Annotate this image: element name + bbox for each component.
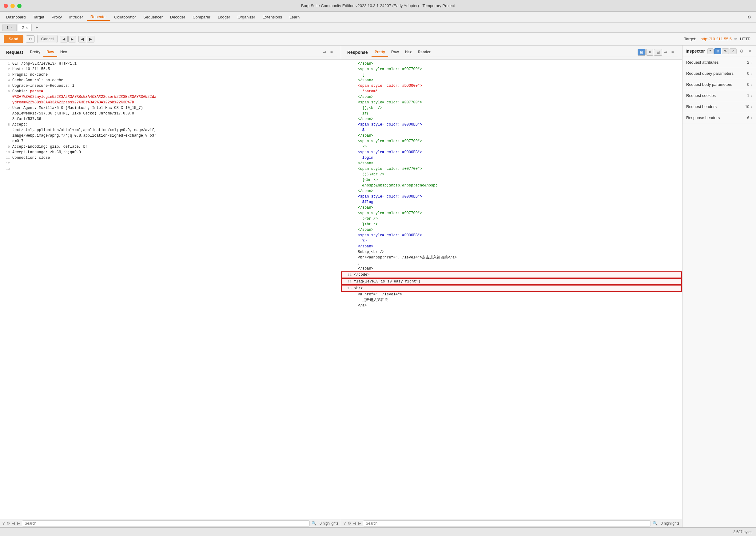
bytes-label: 3,587 bytes bbox=[733, 530, 752, 534]
resp-line: ]);<br /> bbox=[341, 105, 682, 111]
response-tab-raw[interactable]: Raw bbox=[388, 48, 402, 57]
request-panel-header: Request Pretty Raw Hex ↵ ≡ bbox=[0, 46, 341, 60]
response-view-split[interactable]: ⊞ bbox=[638, 49, 646, 56]
resp-line-13: 13 <br> bbox=[341, 285, 682, 292]
response-menu-icon[interactable]: ≡ bbox=[670, 49, 676, 56]
resp-line: <span style="color: #0000BB"> bbox=[341, 122, 682, 127]
request-tab-pretty[interactable]: Pretty bbox=[27, 48, 43, 57]
resp-line: ; bbox=[341, 260, 682, 266]
request-settings-icon[interactable]: ⚙ bbox=[7, 521, 10, 525]
request-search-icon[interactable]: 🔍 bbox=[312, 521, 317, 525]
menu-item-intruder[interactable]: Intruder bbox=[66, 14, 87, 20]
response-wrap-icon[interactable]: ↵ bbox=[662, 49, 670, 56]
menu-item-target[interactable]: Target bbox=[30, 14, 48, 20]
maximize-window-button[interactable] bbox=[17, 4, 21, 8]
inspector-request-body-count: 0 bbox=[747, 83, 749, 87]
resp-line: ()))<br /> bbox=[341, 172, 682, 177]
cancel-button[interactable]: Cancel bbox=[37, 35, 57, 43]
menu-item-collaborator[interactable]: Collaborator bbox=[110, 14, 140, 20]
send-options-button[interactable]: ⚙ bbox=[26, 35, 35, 43]
target-edit-icon[interactable]: ✏ bbox=[734, 37, 738, 41]
inspector-view-list-btn[interactable]: ≡ bbox=[708, 48, 713, 54]
response-search-input[interactable] bbox=[363, 520, 651, 526]
inspector-request-attributes-arrow: › bbox=[751, 60, 752, 65]
add-tab-button[interactable]: + bbox=[33, 24, 41, 32]
resp-line: </span> bbox=[341, 227, 682, 233]
request-wrap-icon[interactable]: ↵ bbox=[321, 49, 329, 56]
menu-item-organizer[interactable]: Organizer bbox=[234, 14, 259, 20]
request-forward-icon[interactable]: ▶ bbox=[17, 521, 20, 525]
response-view-other[interactable]: ▤ bbox=[654, 49, 662, 56]
settings-icon[interactable]: ⚙ bbox=[747, 15, 751, 19]
menu-item-learn[interactable]: Learn bbox=[286, 14, 303, 20]
menu-item-sequencer[interactable]: Sequencer bbox=[140, 14, 166, 20]
inspector-request-query[interactable]: Request query parameters 0 › bbox=[682, 68, 756, 79]
resp-line: &nbsp;<br /> bbox=[341, 249, 682, 255]
resp-line: login bbox=[341, 155, 682, 161]
tab-2-close[interactable]: × bbox=[26, 26, 28, 29]
window-title: Burp Suite Community Edition v2023.10.3.… bbox=[301, 3, 455, 8]
request-help-icon[interactable]: ? bbox=[2, 521, 5, 525]
response-search-icon[interactable]: 🔍 bbox=[653, 521, 658, 525]
nav-next-button[interactable]: ▶ bbox=[87, 36, 94, 43]
req-line-7: 7 User-Agent: Mozilla/5.0 (Macintosh; In… bbox=[0, 105, 341, 122]
inspector-response-headers-label: Response headers bbox=[686, 116, 747, 120]
nav-prev-button[interactable]: ◀ bbox=[79, 36, 86, 43]
minimize-window-button[interactable] bbox=[11, 4, 15, 8]
nav-buttons-2: ◀ ▶ bbox=[79, 36, 94, 43]
menu-item-comparer[interactable]: Comparer bbox=[189, 14, 214, 20]
response-forward-icon[interactable]: ▶ bbox=[358, 521, 361, 525]
inspector-view-expand-btn[interactable]: ⤢ bbox=[730, 48, 737, 54]
response-tab-render[interactable]: Render bbox=[415, 48, 434, 57]
nav-forward-button[interactable]: ▶ bbox=[68, 36, 76, 43]
tab-1[interactable]: 1 × bbox=[2, 24, 16, 31]
response-code-area: </span> <span style="color: #007700"> [ … bbox=[341, 60, 682, 519]
request-search-input[interactable] bbox=[22, 520, 310, 526]
request-menu-icon[interactable]: ≡ bbox=[329, 49, 335, 56]
resp-line: </span> bbox=[341, 133, 682, 139]
menu-item-repeater[interactable]: Repeater bbox=[87, 13, 110, 21]
response-highlights-label: 0 highlights bbox=[661, 521, 679, 525]
nav-back-button[interactable]: ◀ bbox=[60, 36, 68, 43]
inspector-request-body[interactable]: Request body parameters 0 › bbox=[682, 79, 756, 90]
request-back-icon[interactable]: ◀ bbox=[12, 521, 15, 525]
req-line-3: 3 Pragma: no-cache bbox=[0, 72, 341, 78]
response-back-icon[interactable]: ◀ bbox=[353, 521, 356, 525]
send-button[interactable]: Send bbox=[4, 35, 23, 43]
inspector-close-icon[interactable]: ✕ bbox=[747, 48, 753, 54]
inspector-view-grid-btn[interactable]: ⊞ bbox=[714, 48, 721, 54]
inspector-request-attributes-label: Request attributes bbox=[686, 60, 747, 65]
inspector-request-headers[interactable]: Request headers 10 › bbox=[682, 101, 756, 112]
inspector-request-attributes[interactable]: Request attributes 2 › bbox=[682, 57, 756, 68]
main-area: Request Pretty Raw Hex ↵ ≡ 1 GET /php-SE… bbox=[0, 46, 756, 527]
request-tab-raw[interactable]: Raw bbox=[43, 48, 57, 57]
menu-item-dashboard[interactable]: Dashboard bbox=[2, 14, 30, 20]
tab-2[interactable]: 2 × bbox=[18, 24, 32, 31]
tab-1-label: 1 bbox=[7, 25, 9, 30]
response-help-icon[interactable]: ? bbox=[344, 521, 346, 525]
menu-item-decoder[interactable]: Decoder bbox=[166, 14, 189, 20]
menu-item-extensions[interactable]: Extensions bbox=[259, 14, 286, 20]
taskbar: 3,587 bytes bbox=[0, 527, 756, 536]
inspector-view-sort-btn[interactable]: ⇅ bbox=[722, 48, 729, 54]
inspector-settings-icon[interactable]: ⚙ bbox=[739, 48, 745, 54]
toolbar: Send ⚙ Cancel ◀ ▶ ◀ ▶ Target: http://10.… bbox=[0, 33, 756, 46]
inspector-request-headers-label: Request headers bbox=[686, 104, 745, 109]
inspector-request-body-label: Request body parameters bbox=[686, 82, 747, 87]
resp-line: </span> bbox=[341, 244, 682, 249]
req-line-8: 8 Accept: text/html,application/xhtml+xm… bbox=[0, 122, 341, 144]
menu-item-proxy[interactable]: Proxy bbox=[48, 14, 66, 20]
response-tab-hex[interactable]: Hex bbox=[402, 48, 415, 57]
inspector-response-headers[interactable]: Response headers 6 › bbox=[682, 112, 756, 123]
response-view-list[interactable]: ≡ bbox=[646, 49, 653, 56]
response-settings-icon[interactable]: ⚙ bbox=[348, 521, 351, 525]
menu-item-logger[interactable]: Logger bbox=[214, 14, 234, 20]
tab-1-close[interactable]: × bbox=[11, 26, 12, 29]
resp-line: </span> bbox=[341, 266, 682, 271]
close-window-button[interactable] bbox=[4, 4, 8, 8]
inspector-request-cookies[interactable]: Request cookies 1 › bbox=[682, 90, 756, 101]
request-tab-hex[interactable]: Hex bbox=[57, 48, 70, 57]
request-sub-tabs: Request Pretty Raw Hex ↵ ≡ bbox=[4, 48, 337, 57]
resp-line: </span> bbox=[341, 94, 682, 100]
response-tab-pretty[interactable]: Pretty bbox=[371, 48, 388, 57]
